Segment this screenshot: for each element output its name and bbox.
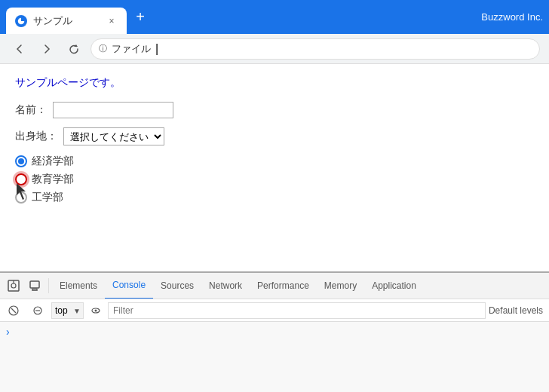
console-context-select[interactable]: top xyxy=(51,302,84,319)
tab-application[interactable]: Application xyxy=(364,273,424,299)
new-tab-button[interactable]: + xyxy=(130,7,151,28)
browser-chrome: サンプル × + Buzzword Inc. xyxy=(0,0,549,34)
tab-memory[interactable]: Memory xyxy=(317,273,364,299)
radio-label-engineering: 工学部 xyxy=(32,191,63,204)
birthplace-select[interactable]: 選択してください xyxy=(63,127,164,145)
console-eye-button[interactable] xyxy=(87,302,105,320)
birthplace-row: 出身地： 選択してください xyxy=(15,127,534,145)
console-context-select-wrap: top ▼ xyxy=(51,302,84,319)
console-bar: top ▼ Default levels xyxy=(0,299,549,322)
tab-network[interactable]: Network xyxy=(201,273,250,299)
name-label: 名前： xyxy=(15,103,47,117)
forward-button[interactable] xyxy=(36,38,57,60)
svg-rect-5 xyxy=(30,281,39,288)
brand-label: Buzzword Inc. xyxy=(481,11,543,23)
radio-label-education: 教育学部 xyxy=(32,173,74,186)
devtools-device-button[interactable] xyxy=(24,275,45,296)
radio-item-engineering[interactable]: 工学部 xyxy=(15,191,534,204)
radio-button-economics[interactable] xyxy=(15,155,27,167)
devtools-panel: Elements Console Sources Network Perform… xyxy=(0,271,549,392)
back-button[interactable] xyxy=(9,38,30,60)
svg-point-13 xyxy=(95,309,97,311)
tab-title: サンプル xyxy=(33,14,100,28)
console-prompt-arrow[interactable]: › xyxy=(6,326,10,338)
tab-elements[interactable]: Elements xyxy=(52,273,105,299)
faculty-radio-group: 経済学部 教育学部 工学部 xyxy=(15,155,534,204)
tab-favicon xyxy=(15,15,27,27)
devtools-toolbar: Elements Console Sources Network Perform… xyxy=(0,273,549,299)
tab-performance[interactable]: Performance xyxy=(250,273,317,299)
console-filter-icon-button[interactable] xyxy=(27,300,48,321)
svg-line-9 xyxy=(11,308,16,313)
tab-sources[interactable]: Sources xyxy=(153,273,201,299)
devtools-separator xyxy=(48,278,49,293)
console-output: › xyxy=(0,322,549,341)
page-content: サンプルページです。 名前： 出身地： 選択してください 経済学部 教育学部 工… xyxy=(0,64,549,271)
name-input[interactable] xyxy=(53,102,173,118)
radio-item-education[interactable]: 教育学部 xyxy=(15,173,534,186)
radio-item-economics[interactable]: 経済学部 xyxy=(15,155,534,168)
devtools-inspect-button[interactable] xyxy=(3,275,24,296)
address-text: ファイル xyxy=(112,42,151,56)
radio-label-economics: 経済学部 xyxy=(32,155,74,168)
address-separator: | xyxy=(155,42,158,56)
birthplace-label: 出身地： xyxy=(15,130,57,143)
radio-button-education[interactable] xyxy=(15,173,27,185)
svg-point-3 xyxy=(11,283,16,288)
nav-bar: ⓘ ファイル | xyxy=(0,34,549,64)
tab-close-button[interactable]: × xyxy=(106,15,118,27)
console-default-levels-label: Default levels xyxy=(489,305,546,316)
console-clear-button[interactable] xyxy=(3,300,24,321)
tab-bar: サンプル × + xyxy=(6,0,481,34)
address-bar[interactable]: ⓘ ファイル | xyxy=(90,38,540,60)
console-filter-input[interactable] xyxy=(108,302,486,319)
name-row: 名前： xyxy=(15,102,534,118)
page-description: サンプルページです。 xyxy=(15,76,534,90)
refresh-button[interactable] xyxy=(63,38,84,60)
radio-button-engineering[interactable] xyxy=(15,191,27,204)
tab-console[interactable]: Console xyxy=(105,273,153,299)
address-info-icon: ⓘ xyxy=(99,43,107,54)
browser-tab[interactable]: サンプル × xyxy=(6,8,127,34)
